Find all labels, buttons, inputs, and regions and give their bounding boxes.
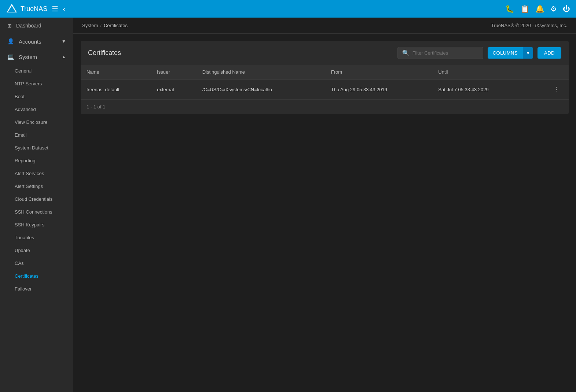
back-icon[interactable]: ‹	[63, 5, 65, 13]
card-title: Certificates	[88, 49, 121, 57]
brand-name: TrueNAS	[21, 5, 47, 13]
system-icon: 💻	[7, 53, 14, 60]
sidebar-sub-item-cloud-credentials[interactable]: Cloud Credentials	[0, 193, 73, 206]
certificates-table: Name Issuer Distinguished Name From Unti…	[81, 65, 569, 100]
bug-icon[interactable]: 🐛	[505, 4, 514, 13]
table-footer: 1 - 1 of 1	[81, 100, 569, 114]
sidebar-sub-item-email[interactable]: Email	[0, 129, 73, 141]
sidebar-sub-item-system-dataset[interactable]: System Dataset	[0, 141, 73, 154]
accounts-icon: 👤	[7, 38, 14, 45]
main-layout: ⊞ Dashboard 👤 Accounts ▼ 💻 System ▲ Gene…	[0, 18, 576, 392]
sidebar-item-accounts[interactable]: 👤 Accounts ▼	[0, 34, 73, 49]
table-head: Name Issuer Distinguished Name From Unti…	[81, 65, 569, 79]
topbar-left: TrueNAS ☰ ‹	[6, 3, 65, 15]
dashboard-icon: ⊞	[7, 23, 12, 29]
table-header-row: Name Issuer Distinguished Name From Unti…	[81, 65, 569, 79]
power-icon[interactable]: ⏻	[563, 5, 570, 13]
sidebar-sub-item-cas[interactable]: CAs	[0, 257, 73, 270]
table-area: Certificates 🔍 COLUMNS ▼ ADD	[73, 34, 576, 392]
bell-icon[interactable]: 🔔	[535, 4, 544, 13]
columns-dropdown-button[interactable]: ▼	[523, 47, 533, 59]
sidebar-sub-item-reporting[interactable]: Reporting	[0, 154, 73, 167]
col-from: From	[325, 65, 433, 79]
main-content: System / Certificates TrueNAS® © 2020 - …	[73, 18, 576, 392]
search-icon: 🔍	[402, 49, 410, 56]
card-header: Certificates 🔍 COLUMNS ▼ ADD	[81, 41, 569, 65]
clipboard-icon[interactable]: 📋	[520, 4, 529, 13]
accounts-chevron: ▼	[62, 39, 66, 44]
sidebar-sub-item-ssh-keypairs[interactable]: SSH Keypairs	[0, 218, 73, 231]
breadcrumb-path: System / Certificates	[82, 23, 128, 28]
sidebar-sub-item-certificates[interactable]: Certificates	[0, 270, 73, 282]
sidebar-sub-item-failover[interactable]: Failover	[0, 282, 73, 295]
sidebar-sub-item-update[interactable]: Update	[0, 244, 73, 257]
settings-icon[interactable]: ⚙	[550, 4, 557, 13]
accounts-label: Accounts	[19, 38, 41, 45]
col-until: Until	[432, 65, 530, 79]
dashboard-label: Dashboard	[16, 23, 41, 29]
sidebar-sub-item-ssh-connections[interactable]: SSH Connections	[0, 206, 73, 218]
cell-actions: ⋮	[531, 79, 569, 100]
topbar-icons: 🐛 📋 🔔 ⚙ ⏻	[505, 4, 570, 13]
system-chevron: ▲	[62, 54, 66, 59]
search-box: 🔍	[397, 47, 483, 59]
card-actions: 🔍 COLUMNS ▼ ADD	[397, 47, 561, 59]
table-row: freenas_default external /C=US/O=iXsyste…	[81, 79, 569, 100]
columns-button-group: COLUMNS ▼	[488, 47, 533, 59]
col-distinguished-name: Distinguished Name	[197, 65, 325, 79]
pagination-info: 1 - 1 of 1	[87, 104, 105, 110]
menu-icon[interactable]: ☰	[52, 4, 58, 13]
col-actions	[531, 65, 569, 79]
columns-button[interactable]: COLUMNS	[488, 47, 523, 59]
sidebar-item-system[interactable]: 💻 System ▲	[0, 49, 73, 64]
sidebar: ⊞ Dashboard 👤 Accounts ▼ 💻 System ▲ Gene…	[0, 18, 73, 392]
cell-distinguished-name: /C=US/O=iXsystems/CN=localho	[197, 79, 325, 100]
brand-logo: TrueNAS	[6, 3, 47, 15]
sidebar-sub-item-general[interactable]: General	[0, 64, 73, 77]
breadcrumb-sep: /	[100, 23, 102, 28]
breadcrumb-current: Certificates	[104, 23, 128, 28]
col-name: Name	[81, 65, 151, 79]
sidebar-sub-item-alert-settings[interactable]: Alert Settings	[0, 180, 73, 193]
system-subnav: GeneralNTP ServersBootAdvancedView Enclo…	[0, 64, 73, 295]
add-button[interactable]: ADD	[538, 47, 561, 59]
sidebar-sub-item-view-enclosure[interactable]: View Enclosure	[0, 116, 73, 129]
sidebar-item-dashboard[interactable]: ⊞ Dashboard	[0, 18, 73, 34]
truenas-logo-icon	[6, 3, 18, 15]
sidebar-sub-item-ntp-servers[interactable]: NTP Servers	[0, 77, 73, 90]
sidebar-sub-item-boot[interactable]: Boot	[0, 90, 73, 103]
cell-until: Sat Jul 7 05:33:43 2029	[432, 79, 530, 100]
table-body: freenas_default external /C=US/O=iXsyste…	[81, 79, 569, 100]
copyright-text: TrueNAS® © 2020 - iXsystems, Inc.	[491, 23, 567, 28]
system-label: System	[19, 54, 37, 60]
cell-issuer: external	[151, 79, 197, 100]
col-issuer: Issuer	[151, 65, 197, 79]
sidebar-sub-item-tunables[interactable]: Tunables	[0, 231, 73, 244]
breadcrumb: System / Certificates TrueNAS® © 2020 - …	[73, 18, 576, 34]
row-actions-button[interactable]: ⋮	[550, 84, 563, 95]
sidebar-sub-item-alert-services[interactable]: Alert Services	[0, 167, 73, 180]
search-input[interactable]	[412, 50, 478, 56]
topbar: TrueNAS ☰ ‹ 🐛 📋 🔔 ⚙ ⏻	[0, 0, 576, 18]
cell-from: Thu Aug 29 05:33:43 2019	[325, 79, 433, 100]
cell-name: freenas_default	[81, 79, 151, 100]
breadcrumb-system[interactable]: System	[82, 23, 98, 28]
certificates-card: Certificates 🔍 COLUMNS ▼ ADD	[81, 41, 569, 114]
sidebar-sub-item-advanced[interactable]: Advanced	[0, 103, 73, 116]
